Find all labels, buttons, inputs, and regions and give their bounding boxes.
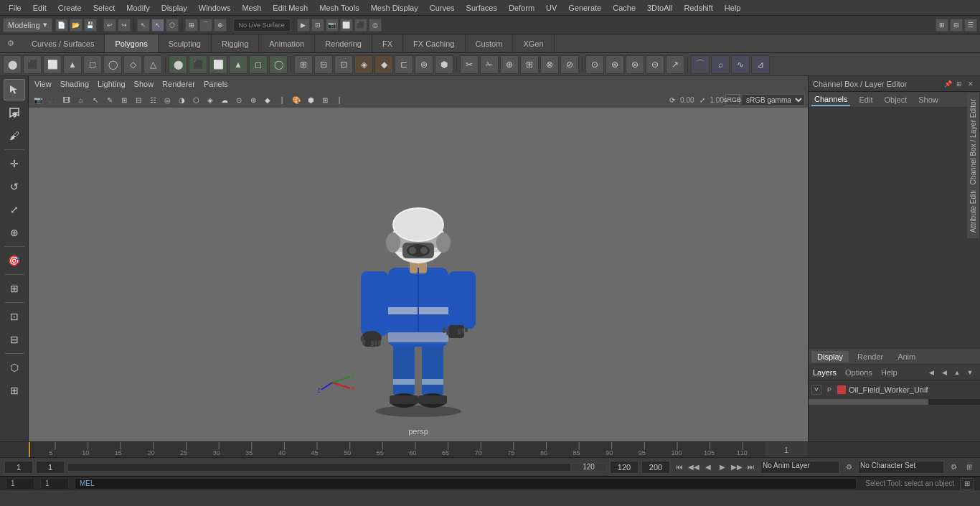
bridge-icon[interactable]: ⊏ (395, 55, 413, 74)
pyramid-icon[interactable]: △ (143, 55, 162, 74)
vp-ao-icon[interactable]: ☁ (218, 93, 231, 106)
smooth-icon[interactable]: ⬢ (435, 55, 453, 74)
frame-range-slider[interactable]: 120 (67, 463, 607, 472)
cb-tab-channels[interactable]: Channels (811, 93, 850, 106)
menu-cache[interactable]: Cache (607, 2, 641, 14)
soften-icon[interactable]: ⊜ (626, 55, 644, 74)
menu-create[interactable]: Create (52, 2, 88, 14)
open-file-icon[interactable]: 📂 (70, 19, 83, 32)
render-icon[interactable]: ▶ (297, 19, 310, 32)
lasso-select-tool[interactable] (4, 102, 25, 123)
vp-sel-icon[interactable]: ↖ (89, 93, 102, 106)
tab-curves-surfaces[interactable]: Curves / Surfaces (22, 34, 105, 52)
menu-edit-mesh[interactable]: Edit Mesh (267, 2, 314, 14)
extract-icon[interactable]: ⊡ (334, 55, 353, 74)
menu-modify[interactable]: Modify (121, 2, 155, 14)
viewport-shading-menu[interactable]: Shading (60, 80, 89, 88)
vp-angle-icon[interactable]: ⟳ (666, 93, 679, 106)
menu-curves[interactable]: Curves (424, 2, 461, 14)
subdiv-cyl-icon[interactable]: ⬜ (209, 55, 227, 74)
vp-paint-icon[interactable]: ✎ (103, 93, 116, 106)
extrude-icon[interactable]: ◈ (354, 55, 373, 74)
layout3-icon[interactable]: ☰ (964, 19, 977, 32)
status-field-1[interactable]: 1 (6, 478, 34, 489)
snap-to-poly-tool[interactable]: ⬡ (4, 357, 25, 378)
select-active-icon[interactable]: ↖ (151, 19, 164, 32)
menu-generate[interactable]: Generate (562, 2, 607, 14)
layer-row[interactable]: V P Oil_Field_Worker_Unif (809, 382, 980, 398)
tab-rendering[interactable]: Rendering (315, 34, 372, 52)
scale-tool[interactable]: ⤢ (4, 199, 25, 220)
layer-color-swatch[interactable] (837, 385, 846, 394)
backface-icon[interactable]: ⊛ (606, 55, 624, 74)
channel-box-close-icon[interactable]: ✕ (966, 79, 976, 89)
insert-edge-icon[interactable]: ⊕ (500, 55, 519, 74)
vp-shadow-icon[interactable]: ◆ (261, 93, 274, 106)
layers-prev-icon[interactable]: ◀ (925, 367, 937, 378)
universal-manip-tool[interactable]: ⊕ (4, 222, 25, 243)
anim-layer-settings-btn[interactable]: ⚙ (842, 461, 855, 474)
menu-mesh[interactable]: Mesh (236, 2, 267, 14)
menu-file[interactable]: File (3, 2, 27, 14)
step-back-btn[interactable]: ◀◀ (687, 461, 700, 474)
rotate-tool[interactable]: ↺ (4, 176, 25, 197)
move-tool[interactable]: ✛ (4, 153, 25, 174)
vp-cam-icon[interactable]: 📷 (32, 93, 44, 106)
menu-redshift[interactable]: Redshift (678, 2, 718, 14)
vp-tex2-icon[interactable]: ⬢ (304, 93, 317, 106)
status-field-2[interactable]: 1 (40, 478, 69, 489)
squash-icon[interactable]: ⊿ (751, 55, 770, 74)
layers-up-icon[interactable]: ▲ (951, 367, 963, 378)
channel-box-float-icon[interactable]: ⊞ (954, 79, 964, 89)
script-editor-icon[interactable]: ⊞ (960, 478, 974, 489)
cb-tab-show[interactable]: Show (915, 94, 941, 106)
layers-sub-tab-help[interactable]: Help (881, 368, 897, 377)
vp-texture-icon[interactable]: 🎨 (290, 93, 303, 106)
current-frame-field[interactable]: 1 (36, 461, 65, 474)
playback-options-btn[interactable]: ⊞ (963, 461, 976, 474)
show-manipulator-tool[interactable]: ⊞ (4, 278, 25, 299)
vp-grid-icon[interactable]: ⊞ (118, 93, 131, 106)
viewport-panels-menu[interactable]: Panels (204, 80, 228, 88)
flare-icon[interactable]: ⌕ (711, 55, 730, 74)
viewport-lighting-menu[interactable]: Lighting (98, 80, 126, 88)
last-tool[interactable]: ⊡ (4, 306, 25, 327)
layout-icon[interactable]: ⊞ (936, 19, 948, 32)
menu-mesh-display[interactable]: Mesh Display (365, 2, 424, 14)
fill-hole-icon[interactable]: ⊚ (415, 55, 433, 74)
soft-mod-tool[interactable]: 🎯 (4, 250, 25, 271)
cam-icon[interactable]: 📷 (326, 19, 339, 32)
plane-icon[interactable]: ◻ (83, 55, 102, 74)
res-icon[interactable]: ⬛ (354, 19, 367, 32)
vp-aa-icon[interactable]: ⊙ (232, 93, 245, 106)
vp-cam3-icon[interactable]: 🎞 (60, 93, 73, 106)
workspace-dropdown[interactable]: Modeling ▾ (3, 18, 52, 32)
lasso-icon[interactable]: ⬡ (166, 19, 179, 32)
menu-uv[interactable]: UV (540, 2, 562, 14)
multi-cut-icon[interactable]: ✁ (480, 55, 499, 74)
harden-icon[interactable]: ⊝ (646, 55, 664, 74)
menu-edit[interactable]: Edit (27, 2, 52, 14)
subdiv-cone-icon[interactable]: ▲ (229, 55, 248, 74)
cb-tab-object[interactable]: Object (881, 94, 910, 106)
toggle-icon[interactable]: ◎ (369, 19, 382, 32)
char-set-settings-btn[interactable]: ⚙ (947, 461, 960, 474)
cb-tab-edit[interactable]: Edit (856, 94, 875, 106)
menu-select[interactable]: Select (88, 2, 121, 14)
layer-hscroll-thumb[interactable] (809, 399, 928, 405)
viewport-show-menu[interactable]: Show (134, 80, 154, 88)
tab-animation[interactable]: Animation (259, 34, 315, 52)
vp-xray-icon[interactable]: ◈ (204, 93, 217, 106)
prism-icon[interactable]: ◇ (123, 55, 142, 74)
snap-grid-icon[interactable]: ⊞ (185, 19, 198, 32)
mel-input[interactable]: MEL (75, 478, 857, 489)
cylinder-icon[interactable]: ⬜ (43, 55, 62, 74)
cone-icon[interactable]: ▲ (63, 55, 82, 74)
menu-mesh-tools[interactable]: Mesh Tools (314, 2, 364, 14)
layout2-icon[interactable]: ⊟ (950, 19, 963, 32)
layer-vis-v[interactable]: V (811, 385, 821, 395)
layers-sub-tab-options[interactable]: Options (845, 368, 872, 377)
paint-select-tool[interactable]: 🖌 (4, 125, 25, 146)
subdiv-sphere-icon[interactable]: ⬤ (169, 55, 187, 74)
step-forward-btn[interactable]: ▶▶ (730, 461, 743, 474)
